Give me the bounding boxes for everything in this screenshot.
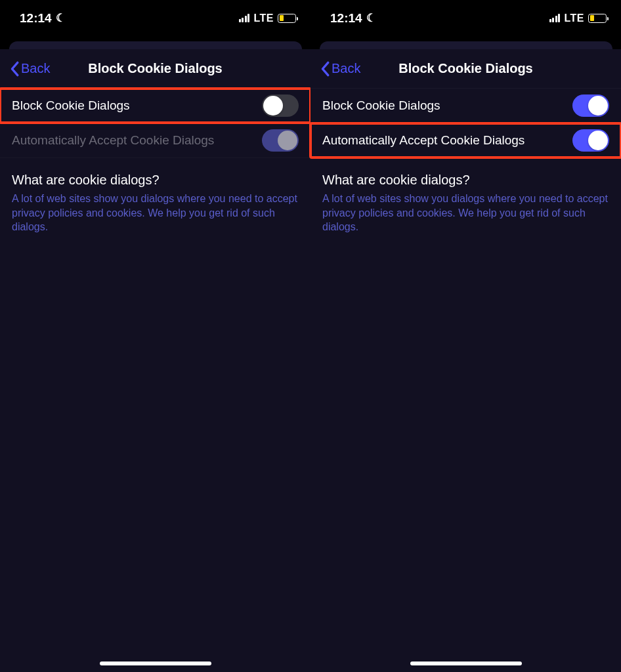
nav-bar: Back Block Cookie Dialogs xyxy=(0,49,310,89)
status-bar: 12:14 ☾ LTE xyxy=(0,0,310,36)
status-left: 12:14 ☾ xyxy=(330,11,376,26)
chevron-left-icon xyxy=(320,61,330,77)
back-button[interactable]: Back xyxy=(9,61,50,77)
info-body: A lot of web sites show you dialogs wher… xyxy=(12,192,299,234)
row-auto-accept[interactable]: Automatically Accept Cookie Dialogs xyxy=(310,123,621,158)
row-block-cookie-dialogs[interactable]: Block Cookie Dialogs xyxy=(0,89,310,123)
moon-icon: ☾ xyxy=(366,11,376,25)
toggle-auto-accept xyxy=(262,129,299,152)
network-label: LTE xyxy=(253,12,274,24)
info-section: What are cookie dialogs? A lot of web si… xyxy=(310,158,621,234)
status-right: LTE xyxy=(549,12,607,24)
battery-icon xyxy=(588,14,607,23)
phone-left: 12:14 ☾ LTE Back Block Cookie Dialogs Bl… xyxy=(0,0,310,672)
info-body: A lot of web sites show you dialogs wher… xyxy=(322,192,609,234)
toggle-block-cookie-dialogs[interactable] xyxy=(262,94,299,117)
row-auto-accept: Automatically Accept Cookie Dialogs xyxy=(0,123,310,158)
row-label: Block Cookie Dialogs xyxy=(322,98,440,113)
battery-icon xyxy=(278,14,296,23)
info-section: What are cookie dialogs? A lot of web si… xyxy=(0,158,310,234)
info-heading: What are cookie dialogs? xyxy=(322,173,609,188)
network-label: LTE xyxy=(564,12,584,24)
home-indicator[interactable] xyxy=(410,662,522,665)
sheet-grabber-area xyxy=(0,36,310,49)
status-right: LTE xyxy=(239,12,296,24)
row-label: Automatically Accept Cookie Dialogs xyxy=(322,133,525,148)
info-heading: What are cookie dialogs? xyxy=(12,173,299,188)
toggle-auto-accept[interactable] xyxy=(572,129,609,152)
back-button[interactable]: Back xyxy=(320,61,360,77)
row-block-cookie-dialogs[interactable]: Block Cookie Dialogs xyxy=(310,89,621,123)
signal-icon xyxy=(549,14,561,22)
status-time: 12:14 xyxy=(20,11,52,26)
chevron-left-icon xyxy=(9,61,20,77)
back-label: Back xyxy=(332,61,360,76)
sheet-grabber-area xyxy=(310,36,621,49)
status-bar: 12:14 ☾ LTE xyxy=(310,0,621,36)
phone-right: 12:14 ☾ LTE Back Block Cookie Dialogs Bl… xyxy=(310,0,621,672)
status-left: 12:14 ☾ xyxy=(20,11,66,26)
nav-bar: Back Block Cookie Dialogs xyxy=(310,49,621,89)
toggle-block-cookie-dialogs[interactable] xyxy=(572,94,609,117)
status-time: 12:14 xyxy=(330,11,362,26)
row-label: Block Cookie Dialogs xyxy=(12,98,130,113)
home-indicator[interactable] xyxy=(100,662,211,665)
back-label: Back xyxy=(21,61,50,76)
row-label: Automatically Accept Cookie Dialogs xyxy=(12,133,214,148)
signal-icon xyxy=(239,14,250,22)
moon-icon: ☾ xyxy=(56,11,66,25)
